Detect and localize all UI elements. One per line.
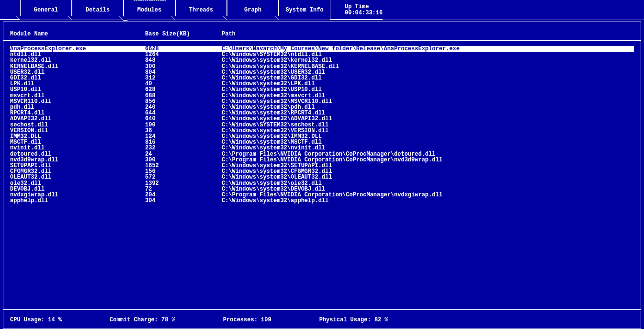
cell-module-size: 1652 (145, 163, 222, 169)
uptime-display: Up Time 00:04:33:16 (330, 0, 383, 20)
cell-module-path: C:\Windows\system32\OLEAUT32.dll (222, 174, 641, 180)
table-row[interactable]: LPK.dll40C:\Windows\system32\LPK.dll (10, 81, 641, 87)
cell-module-size: 124 (145, 134, 222, 139)
column-header-name[interactable]: Module Name (10, 31, 145, 37)
cell-module-size: 24 (145, 151, 222, 157)
table-row[interactable]: nvinit.dll232C:\Windows\system32\nvinit.… (10, 145, 641, 151)
cell-module-name: msvcrt.dll (10, 93, 145, 99)
cell-module-size: 40 (145, 81, 222, 87)
table-row[interactable]: MSVCR110.dll856C:\Windows\system32\MSVCR… (10, 99, 641, 104)
tab-threads[interactable]: Threads (175, 0, 227, 20)
cell-module-path: C:\Windows\system32\nvinit.dll (222, 145, 641, 151)
module-list-panel: Module Name Base Size(KB) Path AnaProces… (3, 22, 641, 310)
tab-bar: General Details Modules Threads Graph Sy… (0, 0, 644, 20)
cell-module-size: 240 (145, 104, 222, 110)
cell-module-size: 312 (145, 75, 222, 81)
cell-module-size: 640 (145, 116, 222, 122)
cell-module-size: 848 (145, 57, 222, 63)
status-bar: CPU Usage: 14 % Commit Charge: 78 % Proc… (3, 311, 641, 329)
cell-module-name: kernel32.dll (10, 57, 145, 63)
cell-module-path: C:\Windows\system32\KERNELBASE.dll (222, 64, 641, 69)
cell-module-name: KERNELBASE.dll (10, 64, 145, 69)
table-row[interactable]: KERNELBASE.dll300C:\Windows\system32\KER… (10, 64, 641, 69)
table-row[interactable]: USP10.dll628C:\Windows\system32\USP10.dl… (10, 87, 641, 92)
cell-module-path: C:\Windows\system32\apphelp.dll (222, 198, 641, 204)
cell-module-size: 628 (145, 87, 222, 92)
table-row[interactable]: msvcrt.dll688C:\Windows\system32\msvcrt.… (10, 93, 641, 99)
column-headers: Module Name Base Size(KB) Path (3, 22, 641, 41)
table-row[interactable]: USER32.dll804C:\Windows\system32\USER32.… (10, 69, 641, 75)
cell-module-size: 816 (145, 139, 222, 145)
cell-module-size: 100 (145, 122, 222, 128)
tab-fill (383, 0, 644, 20)
table-row[interactable]: kernel32.dll848C:\Windows\system32\kerne… (10, 57, 641, 63)
tab-system-info[interactable]: System Info (279, 0, 330, 20)
cell-module-size: 300 (145, 64, 222, 69)
cell-module-name: OLEAUT32.dll (10, 174, 145, 180)
cell-module-name: sechost.dll (10, 122, 145, 128)
column-header-size[interactable]: Base Size(KB) (145, 31, 222, 37)
cell-module-size: 1264 (145, 52, 222, 57)
cell-module-size: 204 (145, 192, 222, 198)
table-row[interactable]: OLEAUT32.dll572C:\Windows\system32\OLEAU… (10, 174, 641, 180)
status-physical: Physical Usage: 82 % (319, 317, 388, 323)
cell-module-name: USP10.dll (10, 87, 145, 92)
table-row[interactable]: pdh.dll240C:\Windows\system32\pdh.dll (10, 104, 641, 110)
cell-module-size: 232 (145, 145, 222, 151)
cell-module-size: 72 (145, 186, 222, 192)
table-row[interactable]: AnaProcessExplorer.exe6628C:\Users\Navar… (10, 46, 634, 52)
cell-module-size: 856 (145, 99, 222, 104)
table-row[interactable]: ADVAPI32.dll640C:\Windows\system32\ADVAP… (10, 116, 641, 122)
cell-module-size: 644 (145, 110, 222, 116)
table-row[interactable]: apphelp.dll304C:\Windows\system32\apphel… (10, 198, 641, 204)
table-row[interactable]: ole32.dll1392C:\Windows\system32\ole32.d… (10, 181, 641, 186)
cell-module-size: 688 (145, 93, 222, 99)
table-row[interactable]: GDI32.dll312C:\Windows\system32\GDI32.dl… (10, 75, 641, 81)
cell-module-size: 36 (145, 128, 222, 134)
cell-module-path: C:\Windows\system32\kernel32.dll (222, 57, 641, 63)
cell-module-path: C:\Windows\system32\ADVAPI32.dll (222, 116, 641, 122)
cell-module-size: 156 (145, 169, 222, 174)
tab-general[interactable]: General (20, 0, 72, 20)
cell-module-size: 572 (145, 174, 222, 180)
cell-module-size: 304 (145, 198, 222, 204)
cell-module-name: apphelp.dll (10, 198, 145, 204)
column-header-path[interactable]: Path (222, 31, 641, 37)
cell-module-path: C:\Windows\SYSTEM32\sechost.dll (222, 122, 641, 128)
tab-modules[interactable]: Modules (124, 0, 175, 20)
table-row[interactable]: sechost.dll100C:\Windows\SYSTEM32\sechos… (10, 122, 641, 128)
cell-module-path: C:\Windows\system32\USP10.dll (222, 87, 641, 92)
cell-module-path: C:\Windows\system32\msvcrt.dll (222, 93, 641, 99)
uptime-value: 00:04:33:16 (345, 10, 383, 16)
cell-module-size: 1392 (145, 181, 222, 186)
module-rows: AnaProcessExplorer.exe6628C:\Users\Navar… (3, 46, 641, 204)
status-cpu: CPU Usage: 14 % (10, 317, 62, 323)
table-row[interactable]: IMM32.DLL124C:\Windows\system32\IMM32.DL… (10, 134, 641, 139)
table-row[interactable]: MSCTF.dll816C:\Windows\system32\MSCTF.dl… (10, 139, 641, 145)
cell-module-size: 804 (145, 69, 222, 75)
status-commit: Commit Charge: 78 % (110, 317, 175, 323)
table-row[interactable]: VERSION.dll36C:\Windows\system32\VERSION… (10, 128, 641, 134)
cell-module-name: ADVAPI32.dll (10, 116, 145, 122)
tab-graph[interactable]: Graph (227, 0, 279, 20)
cell-module-name: nvinit.dll (10, 145, 145, 151)
status-processes: Processes: 109 (223, 317, 271, 323)
tab-details[interactable]: Details (72, 0, 124, 20)
